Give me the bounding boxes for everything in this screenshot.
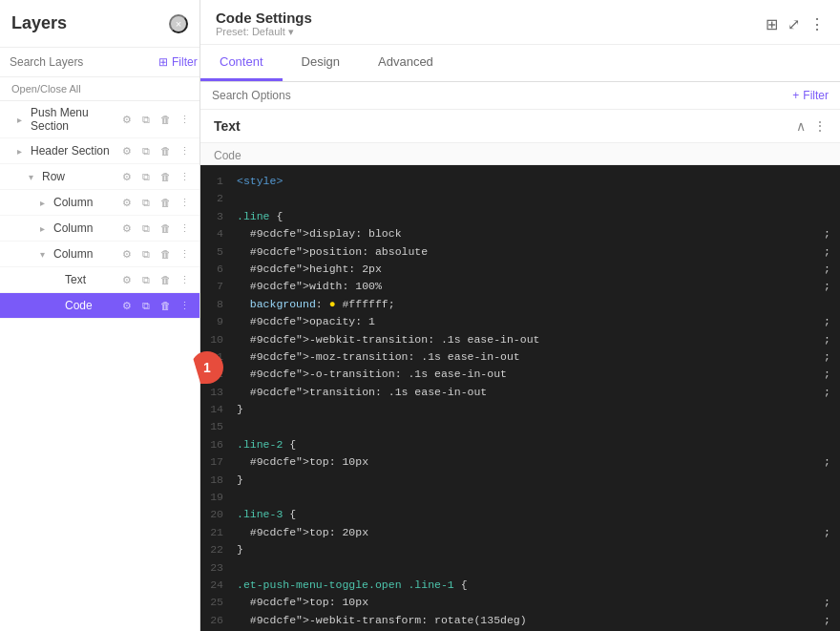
filter-icon: ⊞	[158, 55, 168, 69]
layer-item-row[interactable]: ▾ Row ⚙ ⧉ 🗑 ⋮	[0, 164, 200, 190]
copy-icon[interactable]: ⧉	[138, 246, 154, 262]
options-filter-button[interactable]: + Filter	[792, 89, 829, 102]
search-options-input[interactable]	[212, 89, 792, 102]
sidebar-search-bar: ⊞ Filter	[0, 48, 200, 77]
code-line: 19	[200, 489, 840, 506]
panel-expand-icon[interactable]: ⤢	[788, 15, 800, 33]
code-line: 4 #9cdcfe">display: block;	[200, 225, 840, 242]
toggle-icon: ▸	[40, 223, 53, 234]
layer-item-column-1[interactable]: ▸ Column ⚙ ⧉ 🗑 ⋮	[0, 190, 200, 216]
settings-icon[interactable]: ⚙	[119, 298, 135, 313]
panel-tabs: Content Design Advanced	[200, 45, 840, 82]
panel-header: Code Settings Preset: Default ▾ ⊞ ⤢ ⋮	[200, 0, 840, 45]
panel-settings-icon[interactable]: ⊞	[766, 15, 778, 33]
more-icon[interactable]: ⋮	[177, 246, 192, 262]
delete-icon[interactable]: 🗑	[158, 246, 173, 262]
code-line: 3.line {	[200, 208, 840, 225]
copy-icon[interactable]: ⧉	[138, 272, 154, 287]
sidebar-close-button[interactable]: ×	[169, 14, 188, 33]
settings-icon[interactable]: ⚙	[119, 169, 135, 184]
code-line: 1<style>	[200, 173, 840, 190]
delete-icon[interactable]: 🗑	[158, 221, 173, 236]
layer-label: Header Section	[31, 144, 119, 158]
more-icon[interactable]: ⋮	[177, 298, 192, 313]
more-icon[interactable]: ⋮	[177, 112, 192, 127]
code-settings-panel: Code Settings Preset: Default ▾ ⊞ ⤢ ⋮ Co…	[200, 0, 840, 631]
delete-icon[interactable]: 🗑	[158, 195, 173, 210]
tab-design[interactable]: Design	[283, 45, 359, 81]
toggle-icon	[52, 301, 65, 311]
layer-list: ▸ Push Menu Section ⚙ ⧉ 🗑 ⋮ ▸ Header Sec…	[0, 101, 200, 631]
panel-title-area: Code Settings Preset: Default ▾	[216, 10, 312, 38]
toggle-icon: ▸	[40, 198, 53, 208]
sidebar-title: Layers	[11, 13, 67, 33]
delete-icon[interactable]: 🗑	[158, 272, 173, 287]
layer-actions: ⚙ ⧉ 🗑 ⋮	[119, 298, 192, 313]
copy-icon[interactable]: ⧉	[138, 195, 154, 210]
code-line: 21 #9cdcfe">top: 20px;	[200, 524, 840, 541]
settings-icon[interactable]: ⚙	[119, 195, 135, 210]
code-line: 6 #9cdcfe">height: 2px;	[200, 261, 840, 278]
panel-preset[interactable]: Preset: Default ▾	[216, 26, 312, 38]
code-line: 14}	[200, 401, 840, 418]
main-content: Code Settings Preset: Default ▾ ⊞ ⤢ ⋮ Co…	[200, 0, 840, 631]
delete-icon[interactable]: 🗑	[158, 112, 173, 127]
layer-actions: ⚙ ⧉ 🗑 ⋮	[119, 272, 192, 287]
search-input[interactable]	[10, 55, 153, 69]
code-line: 25 #9cdcfe">top: 10px;	[200, 594, 840, 611]
code-line: 8 background: ● #ffffff;	[200, 296, 840, 313]
more-icon[interactable]: ⋮	[177, 169, 192, 184]
code-line: 18}	[200, 472, 840, 489]
section-collapse-icon[interactable]: ∧	[796, 118, 806, 134]
copy-icon[interactable]: ⧉	[138, 169, 154, 184]
layer-label: Column	[53, 221, 119, 235]
settings-icon[interactable]: ⚙	[119, 246, 135, 262]
tab-advanced[interactable]: Advanced	[359, 45, 452, 81]
settings-icon[interactable]: ⚙	[119, 272, 135, 287]
layer-item-header-section[interactable]: ▸ Header Section ⚙ ⧉ 🗑 ⋮	[0, 138, 200, 164]
panel-title: Code Settings	[216, 10, 312, 26]
layer-item-column-3[interactable]: ▾ Column ⚙ ⧉ 🗑 ⋮	[0, 242, 200, 267]
layer-actions: ⚙ ⧉ 🗑 ⋮	[119, 169, 192, 184]
more-icon[interactable]: ⋮	[177, 272, 192, 287]
more-icon[interactable]: ⋮	[177, 143, 192, 158]
layer-item-code[interactable]: Code ⚙ ⧉ 🗑 ⋮	[0, 293, 200, 319]
layer-item-text[interactable]: Text ⚙ ⧉ 🗑 ⋮	[0, 267, 200, 293]
toggle-icon: ▾	[40, 249, 53, 260]
filter-button[interactable]: ⊞ Filter	[158, 55, 198, 69]
code-line: 7 #9cdcfe">width: 100%;	[200, 278, 840, 295]
copy-icon[interactable]: ⧉	[138, 221, 154, 236]
layer-item-column-2[interactable]: ▸ Column ⚙ ⧉ 🗑 ⋮	[0, 216, 200, 242]
code-line: 20.line-3 {	[200, 506, 840, 523]
open-close-all[interactable]: Open/Close All	[0, 77, 200, 101]
layer-actions: ⚙ ⧉ 🗑 ⋮	[119, 195, 192, 210]
code-line: 16.line-2 {	[200, 436, 840, 453]
delete-icon[interactable]: 🗑	[158, 298, 173, 313]
layer-label: Column	[53, 247, 119, 261]
panel-more-icon[interactable]: ⋮	[809, 15, 825, 33]
copy-icon[interactable]: ⧉	[138, 298, 154, 313]
more-icon[interactable]: ⋮	[177, 195, 192, 210]
code-line: 26 #9cdcfe">-webkit-transform: rotate(13…	[200, 612, 840, 629]
code-editor[interactable]: 1<style>23.line {4 #9cdcfe">display: blo…	[200, 165, 840, 631]
layer-actions: ⚙ ⧉ 🗑 ⋮	[119, 143, 192, 158]
code-line: 24.et-push-menu-toggle.open .line-1 {	[200, 577, 840, 594]
layer-item-push-menu-section[interactable]: ▸ Push Menu Section ⚙ ⧉ 🗑 ⋮	[0, 101, 200, 138]
section-title: Text	[214, 118, 241, 134]
layer-label: Code	[65, 299, 119, 312]
toggle-icon: ▾	[29, 172, 42, 182]
settings-icon[interactable]: ⚙	[119, 221, 135, 236]
code-line: 23	[200, 559, 840, 577]
delete-icon[interactable]: 🗑	[158, 143, 173, 158]
sidebar-header: Layers ×	[0, 0, 200, 48]
section-more-icon[interactable]: ⋮	[813, 118, 827, 134]
copy-icon[interactable]: ⧉	[138, 112, 154, 127]
tab-content[interactable]: Content	[200, 45, 283, 81]
more-icon[interactable]: ⋮	[177, 221, 192, 236]
delete-icon[interactable]: 🗑	[158, 169, 173, 184]
settings-icon[interactable]: ⚙	[119, 112, 135, 127]
copy-icon[interactable]: ⧉	[138, 143, 154, 158]
settings-icon[interactable]: ⚙	[119, 143, 135, 158]
section-header: Text ∧ ⋮	[200, 110, 840, 143]
code-label: Code	[200, 143, 840, 165]
